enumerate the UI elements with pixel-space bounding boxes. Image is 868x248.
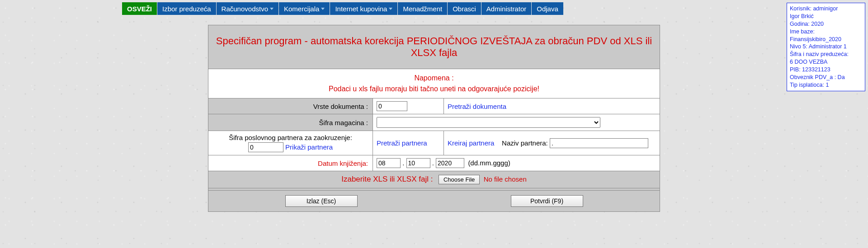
note-cell: Napomena : Podaci u xls fajlu moraju bit… xyxy=(208,69,660,98)
info-comp: 6 DOO VEZBA xyxy=(790,58,862,66)
nav-izbor-preduzeca[interactable]: Izbor preduzeća xyxy=(157,2,216,15)
label-vrste-dokumenta: Vrste dokumenta : xyxy=(208,98,373,114)
label-izaberite-fajl: Izaberite XLS ili XLSX fajl : xyxy=(341,175,433,183)
label-datum-knjizenja: Datum knjiženja: xyxy=(208,155,373,171)
nav-komercijala[interactable]: Komercijala xyxy=(279,2,330,15)
nav-odjava[interactable]: Odjava xyxy=(532,2,563,15)
label-sifra-magacina: Šifra magacina : xyxy=(208,114,373,131)
button-izlaz[interactable]: Izlaz (Esc) xyxy=(285,195,358,207)
chevron-down-icon xyxy=(270,8,274,10)
note-line2: Podaci u xls fajlu moraju biti tačno une… xyxy=(329,85,539,93)
nav-obrasci[interactable]: Obrasci xyxy=(448,2,481,15)
info-db: Finansijskibiro_2020 xyxy=(790,36,862,43)
input-vrste-dokumenta[interactable] xyxy=(377,101,407,111)
info-year: Godina: 2020 xyxy=(790,20,862,28)
link-pretrazi-partnera[interactable]: Pretraži partnera xyxy=(377,139,427,147)
select-sifra-magacina[interactable] xyxy=(377,117,600,128)
form-container: Specifičan program - automatska korekcij… xyxy=(208,25,660,212)
chevron-down-icon xyxy=(321,8,325,10)
user-info-panel: Korisnik: adminigor Igor Brkić Godina: 2… xyxy=(787,3,865,91)
input-date-dd[interactable] xyxy=(377,158,401,168)
link-pretrazi-dokumenta[interactable]: Pretraži dokumenta xyxy=(448,103,506,110)
info-db-lbl: Ime baze: xyxy=(790,28,862,36)
input-date-mm[interactable] xyxy=(406,158,430,168)
button-potvrdi[interactable]: Potvrdi (F9) xyxy=(511,195,583,207)
chevron-down-icon xyxy=(389,8,392,10)
info-level: Nivo 5: Administrator 1 xyxy=(790,43,862,51)
nav-racunovodstvo[interactable]: Računovodstvo xyxy=(217,2,278,15)
info-user: Korisnik: adminigor xyxy=(790,5,862,13)
nav-internet-kupovina[interactable]: Internet kupovina xyxy=(330,2,397,15)
button-choose-file[interactable]: Choose File xyxy=(439,175,480,184)
info-name: Igor Brkić xyxy=(790,13,862,20)
input-date-yyyy[interactable] xyxy=(436,158,464,168)
nav-administrator[interactable]: Administrator xyxy=(481,2,531,15)
input-sifra-partnera[interactable] xyxy=(248,142,283,152)
link-kreiraj-partnera[interactable]: Kreiraj partnera xyxy=(448,139,494,147)
status-no-file: No file chosen xyxy=(484,175,527,183)
info-pdv: Obveznik PDV_a : Da xyxy=(790,74,862,81)
hint-date-format: (dd.mm.gggg) xyxy=(468,159,510,167)
input-naziv-partnera[interactable] xyxy=(550,138,648,148)
main-nav: OSVEŽI Izbor preduzeća Računovodstvo Kom… xyxy=(0,0,868,17)
nav-menadzment[interactable]: Menadžment xyxy=(398,2,447,15)
info-pib: PIB: 123321123 xyxy=(790,66,862,74)
page-title: Specifičan program - automatska korekcij… xyxy=(208,25,660,69)
nav-refresh[interactable]: OSVEŽI xyxy=(122,2,157,15)
link-prikazi-partnera[interactable]: Prikaži partnera xyxy=(285,143,333,151)
info-tip: Tip isplatioca: 1 xyxy=(790,81,862,89)
label-naziv-partnera: Naziv partnera: xyxy=(502,139,548,147)
note-line1: Napomena : xyxy=(414,74,453,82)
info-comp-lbl: Šifra i naziv preduzeća: xyxy=(790,51,862,58)
label-sifra-partnera: Šifra poslovnog partnera za zaokruzenje: xyxy=(212,134,369,141)
